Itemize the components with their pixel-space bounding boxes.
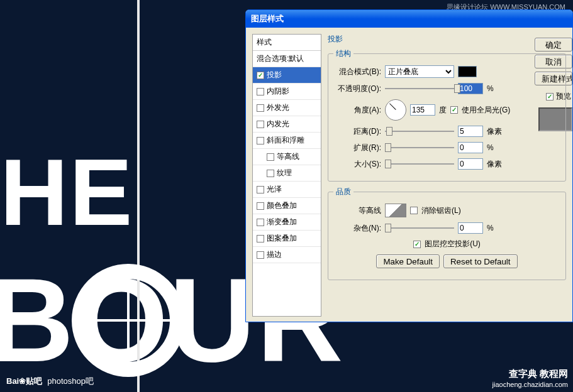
stroke-label: 描边 [267, 249, 282, 260]
watermark-bottom-right: 查字典 教程网 jiaocheng.chazidian.com [492, 367, 568, 389]
bevel-checkbox[interactable] [257, 137, 264, 144]
inner-shadow-checkbox[interactable] [257, 88, 264, 95]
chazidian-title: 查字典 教程网 [492, 367, 568, 380]
watermark-bottom-left: Bai❀贴吧 photoshop吧 [6, 376, 94, 387]
dialog-title: 图层样式 [251, 13, 284, 24]
style-texture[interactable]: 纹理 [253, 165, 321, 182]
quality-legend: 品质 [333, 187, 353, 197]
baidu-bar-name: photoshop吧 [47, 376, 94, 387]
blend-mode-label: 混合模式(B): [333, 67, 381, 77]
contour-label: 等高线 [277, 151, 299, 162]
size-input[interactable] [458, 158, 483, 170]
style-satin[interactable]: 光泽 [253, 182, 321, 198]
quality-fieldset: 品质 等高线 消除锯齿(L) 杂色(N): % [328, 187, 566, 280]
styles-list-panel: 样式 混合选项:默认 投影 内阴影 外发光 内发光 斜面和浮雕 等高线 纹理 光… [252, 34, 321, 317]
style-inner-glow[interactable]: 内发光 [253, 116, 321, 133]
structure-fieldset: 结构 混合模式(B): 正片叠底 不透明度(O): % 角度(A): [328, 48, 566, 182]
reset-default-button[interactable]: Reset to Default [443, 254, 518, 268]
distance-unit: 像素 [487, 126, 504, 137]
satin-checkbox[interactable] [257, 186, 264, 193]
dialog-titlebar[interactable]: 图层样式 [246, 10, 572, 28]
style-bevel[interactable]: 斜面和浮雕 [253, 133, 321, 149]
size-unit: 像素 [487, 159, 504, 170]
style-drop-shadow[interactable]: 投影 [253, 67, 321, 84]
inner-shadow-label: 内阴影 [267, 86, 289, 97]
distance-label: 距离(D): [333, 126, 381, 137]
make-default-button[interactable]: Make Default [376, 254, 440, 268]
opacity-input[interactable] [458, 83, 483, 94]
style-pattern-overlay[interactable]: 图案叠加 [253, 231, 321, 247]
antialias-checkbox[interactable] [410, 207, 418, 214]
angle-unit: 度 [439, 105, 447, 116]
knockout-checkbox[interactable] [413, 241, 421, 248]
style-outer-glow[interactable]: 外发光 [253, 100, 321, 116]
inner-glow-checkbox[interactable] [257, 121, 264, 128]
global-light-checkbox[interactable] [450, 106, 458, 114]
noise-input[interactable] [458, 222, 483, 234]
effect-settings: 投影 结构 混合模式(B): 正片叠底 不透明度(O): % [328, 34, 566, 317]
size-slider[interactable] [385, 159, 454, 169]
chazidian-url: jiaocheng.chazidian.com [492, 380, 568, 389]
color-overlay-label: 颜色叠加 [267, 200, 297, 211]
angle-dial[interactable] [385, 99, 406, 121]
layer-style-dialog: 图层样式 确定 取消 新建样式( 预览 样式 混合选项:默认 投影 内阴影 外发… [245, 9, 573, 322]
outer-glow-checkbox[interactable] [257, 104, 264, 112]
style-contour[interactable]: 等高线 [253, 149, 321, 165]
blend-mode-select[interactable]: 正片叠底 [385, 65, 454, 78]
inner-glow-label: 内发光 [267, 119, 289, 129]
texture-checkbox[interactable] [267, 170, 274, 177]
distance-input[interactable] [458, 126, 483, 137]
gradient-overlay-checkbox[interactable] [257, 219, 264, 226]
spread-label: 扩展(R): [333, 143, 381, 153]
contour-label: 等高线 [333, 205, 381, 216]
pattern-overlay-label: 图案叠加 [267, 233, 297, 244]
opacity-unit: % [487, 84, 504, 93]
style-blending-options[interactable]: 混合选项:默认 [253, 51, 321, 67]
distance-slider[interactable] [385, 126, 454, 136]
satin-label: 光泽 [267, 184, 282, 195]
structure-legend: 结构 [333, 48, 353, 59]
noise-unit: % [487, 224, 504, 232]
global-light-label: 使用全局光(G) [462, 105, 510, 116]
color-overlay-checkbox[interactable] [257, 202, 264, 210]
pattern-overlay-checkbox[interactable] [257, 235, 264, 242]
size-label: 大小(S): [333, 159, 381, 170]
noise-slider[interactable] [385, 223, 454, 233]
knockout-label: 图层挖空投影(U) [425, 239, 481, 249]
styles-header: 样式 [253, 35, 321, 51]
effect-title: 投影 [328, 34, 566, 45]
spread-unit: % [487, 143, 504, 152]
style-gradient-overlay[interactable]: 渐变叠加 [253, 214, 321, 231]
background-text-the: HE [0, 138, 133, 247]
style-stroke[interactable]: 描边 [253, 247, 321, 263]
spread-input[interactable] [458, 142, 483, 153]
angle-input[interactable] [410, 104, 435, 116]
bevel-label: 斜面和浮雕 [267, 135, 304, 146]
drop-shadow-checkbox[interactable] [257, 72, 264, 79]
crosshair-circle [72, 264, 185, 377]
antialias-label: 消除锯齿(L) [421, 205, 461, 216]
style-color-overlay[interactable]: 颜色叠加 [253, 198, 321, 214]
noise-label: 杂色(N): [333, 223, 381, 234]
texture-label: 纹理 [277, 168, 292, 178]
contour-checkbox[interactable] [267, 153, 274, 161]
angle-label: 角度(A): [333, 105, 381, 116]
spread-slider[interactable] [385, 143, 454, 153]
stroke-checkbox[interactable] [257, 251, 264, 259]
drop-shadow-label: 投影 [267, 70, 282, 80]
shadow-color-swatch[interactable] [458, 66, 477, 77]
opacity-label: 不透明度(O): [333, 84, 381, 94]
gradient-overlay-label: 渐变叠加 [267, 217, 297, 227]
baidu-logo: Bai❀贴吧 [6, 376, 42, 387]
style-inner-shadow[interactable]: 内阴影 [253, 84, 321, 100]
opacity-slider[interactable] [385, 84, 454, 94]
contour-picker[interactable] [385, 204, 406, 217]
outer-glow-label: 外发光 [267, 102, 289, 113]
